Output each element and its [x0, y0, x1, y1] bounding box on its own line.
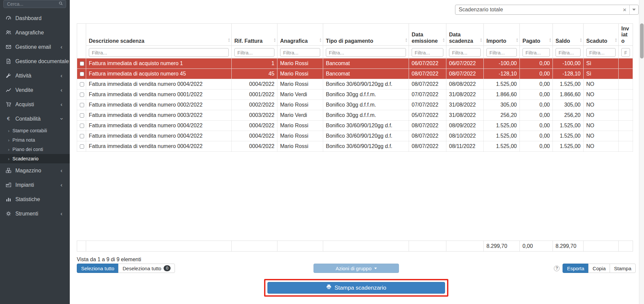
column-header-pagato[interactable]: Pagato▲▼ — [520, 24, 553, 46]
column-header-scaduto[interactable]: Scaduto▲▼ — [584, 24, 619, 46]
sidebar-item-gestione-email[interactable]: Gestione email ‹ — [0, 40, 70, 54]
sort-icon[interactable]: ▲▼ — [442, 38, 445, 42]
column-header-descrizione[interactable]: Descrizione scadenza▲▼ — [86, 24, 232, 46]
cell-saldo: 1.525,00 — [553, 131, 584, 141]
table-row[interactable]: Fattura immediata di vendita numero 0004… — [77, 121, 633, 131]
cell-data-scadenza: 08/07/2022 — [446, 69, 484, 79]
sidebar-item-statistiche[interactable]: Statistiche — [0, 192, 70, 206]
table-row[interactable]: Fattura immediata di vendita numero 0004… — [77, 131, 633, 141]
filter-input-data-scadenza[interactable] — [449, 48, 481, 57]
sidebar-item-vendite[interactable]: Vendite ‹ — [0, 83, 70, 97]
filter-input-inviato[interactable] — [621, 48, 630, 57]
row-checkbox[interactable] — [80, 93, 84, 97]
schedule-scope-select[interactable]: Scadenzario totale × — [455, 5, 639, 15]
select-all-button[interactable]: Seleziona tutto — [77, 264, 119, 273]
column-header-tipo-pagamento[interactable]: Tipo di pagamento▲▼ — [323, 24, 409, 46]
sort-icon[interactable]: ▲▼ — [615, 38, 617, 42]
sort-icon[interactable]: ▲▼ — [549, 38, 552, 42]
table-row[interactable]: Fattura immediata di vendita numero 0004… — [77, 141, 633, 152]
submenu-item-label: Prima nota — [12, 137, 35, 143]
sort-icon[interactable]: ▲▼ — [580, 38, 582, 42]
column-header-data-scadenza[interactable]: Data scadenza▲▼ — [446, 24, 484, 46]
filter-input-data-emissione[interactable] — [412, 48, 443, 57]
column-header-inviato[interactable]: Inviato — [619, 24, 633, 46]
select-arrow[interactable] — [629, 5, 638, 14]
filter-cell — [86, 46, 232, 58]
filter-input-descrizione[interactable] — [89, 48, 229, 57]
table-row[interactable]: Fattura immediata di vendita numero 0002… — [77, 100, 633, 110]
sidebar-item-contabilita[interactable]: € Contabilità › — [0, 112, 70, 126]
help-icon[interactable]: ? — [554, 266, 560, 271]
column-header-data-emissione[interactable]: Data emissione▲▼ — [409, 24, 446, 46]
table-row[interactable]: Fattura immediata di acquisto numero 45 … — [77, 69, 633, 79]
sidebar-item-gestione-documentale[interactable]: Gestione documentale — [0, 54, 70, 68]
chart-line-icon — [5, 87, 12, 93]
cell-pagato: 0,00 — [520, 100, 553, 110]
sidebar-item-strumenti[interactable]: Strumenti ‹ — [0, 206, 70, 221]
deselect-all-button[interactable]: Deseleziona tutto 0 — [118, 264, 175, 273]
sidebar-item-attivita[interactable]: Attività ‹ — [0, 68, 70, 83]
table-row[interactable]: Fattura immediata di vendita numero 0004… — [77, 79, 633, 90]
filter-input-saldo[interactable] — [556, 48, 581, 57]
sidebar-item-dashboard[interactable]: Dashboard — [0, 11, 70, 25]
sort-icon[interactable]: ▲▼ — [228, 38, 230, 42]
filter-input-scaduto[interactable] — [586, 48, 616, 57]
filter-input-importo[interactable] — [486, 48, 517, 57]
sidebar-item-piano-dei-conti[interactable]: › Piano dei conti — [0, 145, 70, 154]
sidebar-item-stampe-contabili[interactable]: › Stampe contabili — [0, 126, 70, 135]
print-button[interactable]: Stampa — [610, 264, 636, 273]
search-input[interactable] — [6, 1, 58, 7]
sidebar-item-prima-nota[interactable]: › Prima nota — [0, 135, 70, 145]
column-header-importo[interactable]: Importo▲▼ — [484, 24, 520, 46]
scrollbar-thumb[interactable] — [640, 23, 644, 58]
cell-rif-fattura: 0004/2022 — [232, 79, 277, 90]
cell-data-emissione: 07/07/2022 — [409, 100, 446, 110]
cart-icon — [5, 102, 12, 107]
row-checkbox[interactable] — [80, 103, 84, 107]
row-checkbox[interactable] — [80, 124, 84, 128]
cell-rif-fattura: 1 — [232, 58, 277, 69]
sort-icon[interactable]: ▲▼ — [273, 38, 276, 42]
sidebar-item-acquisti[interactable]: Acquisti ‹ — [0, 97, 70, 112]
search-icon[interactable] — [58, 1, 63, 7]
table-row[interactable]: Fattura immediata di vendita numero 0003… — [77, 110, 633, 121]
clear-selection-icon[interactable]: × — [620, 7, 629, 13]
column-header-saldo[interactable]: Saldo▲▼ — [553, 24, 584, 46]
cell-rif-fattura: 0004/2022 — [232, 131, 277, 141]
copy-button[interactable]: Copia — [588, 264, 610, 273]
row-checkbox[interactable] — [80, 134, 84, 138]
sort-icon[interactable]: ▲▼ — [480, 38, 482, 42]
table-row[interactable]: Fattura immediata di vendita numero 0001… — [77, 90, 633, 100]
row-checkbox[interactable] — [80, 61, 84, 66]
column-header-rif-fattura[interactable]: Rif. Fattura▲▼ — [232, 24, 277, 46]
cell-data-scadenza: 08/09/2022 — [446, 121, 484, 131]
sort-icon[interactable]: ▲▼ — [516, 38, 518, 42]
row-checkbox[interactable] — [80, 113, 84, 118]
sort-icon[interactable]: ▲▼ — [405, 38, 408, 42]
row-checkbox[interactable] — [80, 82, 84, 87]
chevron-left-icon: ‹ — [60, 168, 62, 173]
sort-icon[interactable]: ▲▼ — [319, 38, 322, 42]
sidebar-item-scadenzario[interactable]: › Scadenzario — [0, 154, 70, 163]
group-actions-button[interactable]: Azioni di gruppo — [313, 264, 399, 273]
total-pagato: 0,00 — [520, 241, 553, 252]
cell-importo: 1.525,00 — [484, 131, 520, 141]
row-checkbox[interactable] — [80, 144, 84, 149]
print-schedule-button[interactable]: Stampa scadenzario — [267, 282, 445, 294]
filter-input-anagrafica[interactable] — [280, 48, 320, 57]
sidebar-item-label: Vendite — [15, 87, 33, 93]
vertical-scrollbar[interactable] — [639, 0, 644, 304]
filter-input-tipo-pagamento[interactable] — [326, 48, 406, 57]
export-button[interactable]: Esporta — [563, 264, 589, 273]
column-header-anagrafica[interactable]: Anagrafica▲▼ — [277, 24, 323, 46]
filter-input-pagato[interactable] — [522, 48, 550, 57]
cell-importo: 1.525,00 — [484, 121, 520, 131]
filter-input-rif-fattura[interactable] — [234, 48, 274, 57]
chevron-left-icon: ‹ — [60, 211, 62, 216]
sidebar-item-impianti[interactable]: Impianti ‹ — [0, 178, 70, 192]
table-row[interactable]: Fattura immediata di acquisto numero 1 1… — [77, 58, 633, 69]
sidebar-item-magazzino[interactable]: Magazzino ‹ — [0, 163, 70, 178]
row-checkbox[interactable] — [80, 72, 84, 76]
cell-anagrafica: Mario Rossi — [277, 79, 323, 90]
sidebar-item-anagrafiche[interactable]: Anagrafiche — [0, 25, 70, 40]
